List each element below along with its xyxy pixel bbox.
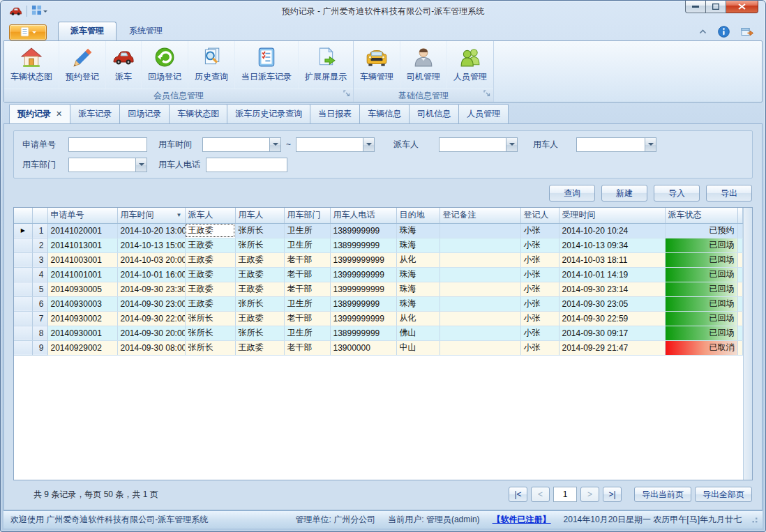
cell-user[interactable]: 王政委 [235, 340, 284, 355]
info-icon[interactable] [718, 26, 730, 38]
cell-user[interactable]: 张所长 [235, 223, 284, 238]
cell-department[interactable]: 老干部 [284, 282, 330, 296]
cell-use_time[interactable]: 2014-10-01 16:00 [117, 267, 185, 282]
dialog-launcher-icon[interactable] [483, 89, 490, 99]
cell-destination[interactable]: 珠海 [396, 282, 440, 296]
cell-accept_time[interactable]: 2014-09-29 21:47 [559, 340, 665, 355]
cell-user[interactable]: 张所长 [235, 238, 284, 252]
cell-dispatcher[interactable]: 张所长 [185, 340, 235, 355]
row-number[interactable]: 9 [32, 340, 47, 355]
cell-dispatcher[interactable]: 王政委 [185, 238, 235, 252]
cell-department[interactable]: 卫生所 [284, 223, 330, 238]
column-header-11[interactable]: 受理时间 [559, 208, 665, 223]
row-indicator[interactable] [14, 238, 32, 252]
cell-phone[interactable]: 13999999999 [330, 252, 396, 267]
column-header-3[interactable]: 用车时间▼ [117, 208, 185, 223]
cell-phone[interactable]: 1389999999 [330, 238, 396, 252]
cell-apply_no[interactable]: 20141013001 [47, 238, 117, 252]
table-row[interactable]: ▶1201410200012014-10-20 13:00王政委张所长卫生所13… [14, 223, 743, 238]
cell-accept_time[interactable]: 2014-09-30 23:05 [559, 296, 665, 311]
column-header-7[interactable]: 用车人电话 [330, 208, 396, 223]
cell-phone[interactable]: 1389999999 [330, 296, 396, 311]
row-number[interactable]: 8 [32, 326, 47, 340]
cell-remark[interactable] [440, 326, 520, 340]
ribbon-button-pencil[interactable]: 预约登记 [59, 41, 106, 89]
phone-input[interactable] [206, 158, 287, 172]
dispatcher-combo[interactable] [439, 137, 518, 152]
cell-remark[interactable] [440, 238, 520, 252]
cell-phone[interactable]: 1389999999 [330, 326, 396, 340]
column-header-4[interactable]: 派车人 [185, 208, 235, 223]
cell-department[interactable]: 老干部 [284, 252, 330, 267]
cell-dispatcher[interactable]: 王政委 [185, 223, 235, 238]
cell-destination[interactable]: 从化 [396, 311, 440, 326]
ribbon-button-history-search[interactable]: 历史查询 [188, 41, 235, 89]
ribbon-tab-dispatch-management[interactable]: 派车管理 [58, 22, 117, 40]
table-row[interactable]: 9201409290022014-09-30 08:00张所长王政委老干部139… [14, 340, 743, 355]
maximize-button[interactable] [706, 0, 726, 13]
dialog-launcher-icon[interactable] [343, 89, 350, 99]
row-number[interactable]: 5 [32, 282, 47, 296]
cell-apply_no[interactable]: 20140930002 [47, 311, 117, 326]
license-status-link[interactable]: 【软件已注册】 [486, 514, 557, 526]
cell-accept_time[interactable]: 2014-09-30 22:59 [559, 311, 665, 326]
row-number[interactable]: 6 [32, 296, 47, 311]
ribbon-button-yellow-car[interactable]: 车辆管理 [354, 41, 400, 89]
cell-destination[interactable]: 从化 [396, 252, 440, 267]
cell-remark[interactable] [440, 267, 520, 282]
row-indicator[interactable] [14, 340, 32, 355]
minimize-button[interactable] [685, 0, 706, 13]
layout-switch-icon[interactable] [31, 5, 47, 17]
column-header-10[interactable]: 登记人 [520, 208, 559, 223]
cell-accept_time[interactable]: 2014-10-03 18:11 [559, 252, 665, 267]
cell-apply_no[interactable]: 20141020001 [47, 223, 117, 238]
cell-user[interactable]: 张所长 [235, 296, 284, 311]
column-header-2[interactable]: 申请单号 [47, 208, 117, 223]
document-tab[interactable]: 车辆状态图 [169, 104, 227, 123]
cell-department[interactable]: 卫生所 [284, 238, 330, 252]
cell-user[interactable]: 王政委 [235, 282, 284, 296]
ribbon-button-red-car[interactable]: 派车 [106, 41, 142, 89]
cell-use_time[interactable]: 2014-09-30 23:30 [117, 282, 185, 296]
cell-destination[interactable]: 珠海 [396, 238, 440, 252]
ribbon-button-people[interactable]: 人员管理 [447, 41, 493, 89]
cell-destination[interactable]: 珠海 [396, 296, 440, 311]
cell-use_time[interactable]: 2014-09-30 20:00 [117, 326, 185, 340]
table-row[interactable]: 5201409300052014-09-30 23:30王政委王政委老干部139… [14, 282, 743, 296]
collapse-ribbon-icon[interactable] [699, 29, 707, 34]
cell-dispatcher[interactable]: 王政委 [185, 282, 235, 296]
export-all-pages-button[interactable]: 导出全部页 [695, 487, 752, 502]
cell-remark[interactable] [440, 223, 520, 238]
department-combo[interactable] [68, 158, 147, 172]
first-page-button[interactable]: |< [509, 487, 527, 502]
cell-accept_time[interactable]: 2014-09-30 09:17 [559, 326, 665, 340]
cell-use_time[interactable]: 2014-09-30 08:00 [117, 340, 185, 355]
cell-status[interactable]: 已回场 [665, 296, 737, 311]
cell-registrar[interactable]: 小张 [520, 311, 559, 326]
cell-apply_no[interactable]: 20140930003 [47, 296, 117, 311]
cell-user[interactable]: 王政委 [235, 252, 284, 267]
cell-apply_no[interactable]: 20140929002 [47, 340, 117, 355]
table-row[interactable]: 3201410030012014-10-03 20:00王政委王政委老干部139… [14, 252, 743, 267]
row-indicator[interactable]: ▶ [14, 223, 32, 238]
document-tab[interactable]: 派车记录 [70, 104, 120, 123]
cell-destination[interactable]: 中山 [396, 340, 440, 355]
cell-user[interactable]: 张所长 [235, 326, 284, 340]
cell-dispatcher[interactable]: 王政委 [185, 252, 235, 267]
ribbon-button-house[interactable]: 车辆状态图 [4, 41, 59, 89]
document-tab[interactable]: 派车历史记录查询 [227, 104, 310, 123]
cell-apply_no[interactable]: 20140930001 [47, 326, 117, 340]
import-button[interactable]: 导入 [654, 185, 700, 202]
cell-phone[interactable]: 13999999999 [330, 311, 396, 326]
close-tab-icon[interactable]: ✕ [56, 110, 62, 118]
sort-descending-icon[interactable]: ▼ [177, 212, 182, 218]
chevron-down-icon[interactable] [135, 158, 147, 172]
cell-use_time[interactable]: 2014-10-13 15:00 [117, 238, 185, 252]
use-time-from-combo[interactable] [202, 137, 281, 152]
cell-accept_time[interactable]: 2014-09-30 23:14 [559, 282, 665, 296]
create-button[interactable]: 新建 [601, 185, 647, 202]
cell-destination[interactable]: 佛山 [396, 326, 440, 340]
cell-accept_time[interactable]: 2014-10-20 10:24 [559, 223, 665, 238]
cell-registrar[interactable]: 小张 [520, 238, 559, 252]
cell-dispatcher[interactable]: 张所长 [185, 311, 235, 326]
